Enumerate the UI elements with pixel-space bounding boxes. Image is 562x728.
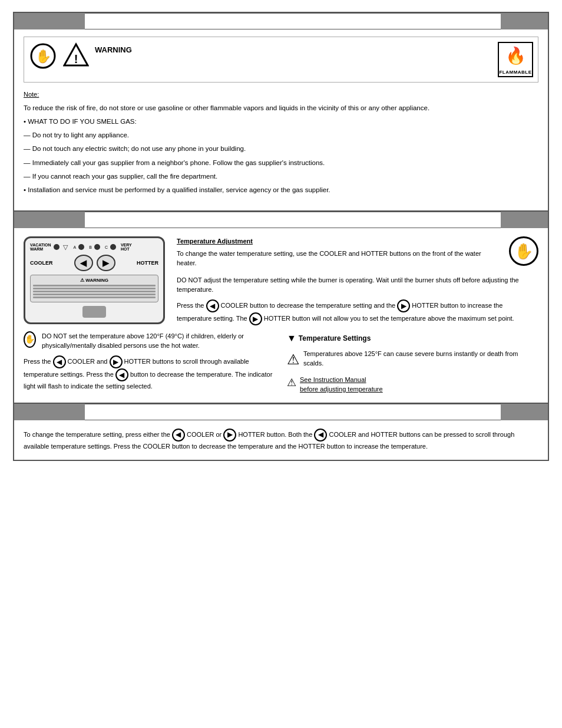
cp-line-4 <box>33 294 156 295</box>
section1-header-right <box>501 13 548 29</box>
cp-line-2 <box>33 288 156 289</box>
warning-triangle-br2: ⚠ <box>287 375 296 391</box>
cp-middle-row: COOLER ◀ ▶ HOTTER <box>30 255 158 271</box>
right-extra-text: Press the ◀ COOLER button to decrease th… <box>177 299 538 325</box>
cooler-button-diagram: ◀ <box>74 255 93 271</box>
svg-text:🔥: 🔥 <box>505 46 526 65</box>
temp-settings-title: Temperature Settings <box>299 333 371 344</box>
cp-c-label: C <box>105 245 108 249</box>
down-arrow-icon: ▼ <box>287 331 296 345</box>
section2-header <box>14 212 548 228</box>
warm-label: WARM <box>30 247 43 251</box>
instruction-manual-note: See Instruction Manual before adjusting … <box>300 375 383 394</box>
warning-triangle-br: ⚠ <box>287 349 300 370</box>
cp-warning-lines <box>33 285 156 298</box>
svg-text:✋: ✋ <box>35 48 52 64</box>
section1-body-area: ✋ ! WARNING 🔥 FLAMMABLE Note: <box>14 29 548 212</box>
bottom-left-col: ✋ DO NOT set the temperature above 120°F… <box>24 331 275 394</box>
flammable-icon: 🔥 FLAMMABLE <box>498 42 533 77</box>
bottom-right-col: ▼ Temperature Settings ⚠ Temperatures ab… <box>287 331 538 394</box>
hotter-btn-inline-2: ▶ <box>249 312 262 325</box>
bottom-left-stop-note: DO NOT set the temperature above 120°F (… <box>42 331 275 351</box>
hotter-button-diagram: ▶ <box>97 255 115 271</box>
cooler-btn-inline-1: ◀ <box>206 299 219 312</box>
section2-bottom: ✋ DO NOT set the temperature above 120°F… <box>24 331 538 394</box>
cp-indicator-a <box>78 244 84 250</box>
stop-hand-icon-large: ✋ <box>509 236 538 266</box>
section2-inner: VACATION WARM ▽ A B C VERYHOT COOLER <box>24 236 538 325</box>
section2-header-right <box>501 212 548 228</box>
cooler-btn-inline-bl: ◀ <box>53 355 66 368</box>
connector-shape <box>82 306 106 318</box>
cp-indicator-vacation <box>54 244 59 250</box>
right-stop-note: DO NOT adjust the temperature setting wh… <box>177 275 538 295</box>
warning-banner: ✋ ! WARNING 🔥 FLAMMABLE <box>24 37 538 83</box>
section3-header-middle <box>85 404 501 420</box>
section2-right: Temperature Adjustment To change the wat… <box>177 236 538 325</box>
section3-header-left <box>14 404 85 420</box>
hotter-btn-s3: ▶ <box>223 429 236 442</box>
right-top-text-col: Temperature Adjustment To change the wat… <box>177 236 497 268</box>
cp-bottom-connector <box>30 306 158 318</box>
section2-right-top: Temperature Adjustment To change the wat… <box>177 236 538 268</box>
warning-para-2: • WHAT TO DO IF YOU SMELL GAS: <box>24 117 538 127</box>
vacation-warm-label: VACATION <box>30 243 51 247</box>
section1-header-left <box>14 13 85 29</box>
cp-indicator-c <box>110 244 116 250</box>
note-label: Note: <box>24 90 39 100</box>
warning-title-text: WARNING <box>95 42 492 54</box>
cooler-btn-s3: ◀ <box>172 429 185 442</box>
section2-body-area: VACATION WARM ▽ A B C VERYHOT COOLER <box>14 228 548 404</box>
control-panel-diagram: VACATION WARM ▽ A B C VERYHOT COOLER <box>24 236 165 324</box>
warning-para-3: — Do not try to light any appliance. <box>24 130 538 140</box>
cooler-label: COOLER <box>30 260 53 266</box>
hotter-btn-inline-1: ▶ <box>397 299 410 312</box>
warning-para-1: To reduce the risk of fire, do not store… <box>24 103 538 113</box>
warning-triangle-icon: ! <box>63 42 89 68</box>
stop-hand-icon-sm: ✋ <box>24 331 36 348</box>
see-instruction-title: See Instruction Manual <box>300 376 366 383</box>
section1-header-middle <box>85 13 501 29</box>
hotter-label: HOTTER <box>137 260 158 266</box>
cp-a-label: A <box>74 245 77 249</box>
section2-header-left <box>14 212 85 228</box>
section1-body-text: Note: To reduce the risk of fire, do not… <box>24 87 538 201</box>
cooler-btn-s3b: ◀ <box>314 429 327 442</box>
cooler-btn-inline-bl2: ◀ <box>115 368 128 381</box>
section1-header <box>14 13 548 29</box>
stop-hand-icon: ✋ <box>29 42 57 70</box>
svg-text:!: ! <box>74 52 78 65</box>
section2-header-middle <box>85 212 501 228</box>
cp-line-5 <box>33 297 156 298</box>
page-wrapper: ✋ ! WARNING 🔥 FLAMMABLE Note: <box>13 12 549 461</box>
cp-line-3 <box>33 291 156 292</box>
cp-very-hot-label: VERYHOT <box>121 243 132 251</box>
right-top-para: To change the water temperature setting,… <box>177 249 497 268</box>
flammable-label: FLAMMABLE <box>499 70 531 75</box>
section3-text: To change the temperature setting, press… <box>24 429 538 452</box>
cp-indicator-b <box>94 244 100 250</box>
cp-top-row: VACATION WARM ▽ A B C VERYHOT <box>30 243 158 251</box>
right-mid-text: DO NOT adjust the temperature setting wh… <box>177 275 538 295</box>
temp-warning-text: Temperatures above 125°F can cause sever… <box>303 349 538 368</box>
section3-body-area: To change the temperature setting, press… <box>14 420 548 460</box>
warning-para-5: — Immediately call your gas supplier fro… <box>24 158 538 168</box>
warning-para-4: — Do not touch any electric switch; do n… <box>24 144 538 154</box>
section3-header <box>14 404 548 420</box>
cp-warning-title: ⚠ WARNING <box>33 278 156 283</box>
section3-header-right <box>501 404 548 420</box>
cp-signal-icon: ▽ <box>63 243 68 251</box>
warning-para-6: — If you cannot reach your gas supplier,… <box>24 172 538 182</box>
see-instruction-sub: before adjusting temperature <box>300 386 383 393</box>
right-top-title: Temperature Adjustment <box>177 236 497 246</box>
warning-para-7: • Installation and service must be perfo… <box>24 185 538 195</box>
hotter-btn-inline-bl: ▶ <box>110 355 123 368</box>
stop-icon-right: ✋ <box>509 236 538 268</box>
cp-line-1 <box>33 285 156 286</box>
cp-warning-box: ⚠ WARNING <box>30 275 158 302</box>
cp-b-label: B <box>89 245 92 249</box>
bottom-left-text: Press the ◀ COOLER and ▶ HOTTER buttons … <box>24 355 275 391</box>
